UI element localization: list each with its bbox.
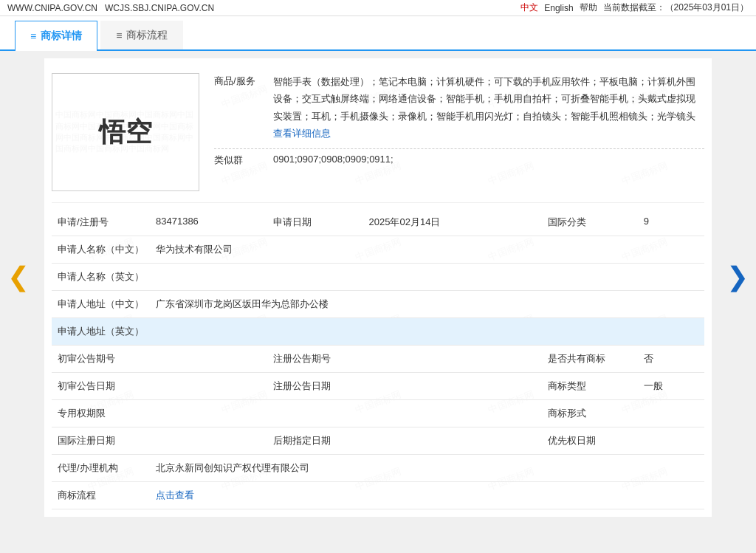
field-label: 国际注册日期 bbox=[52, 427, 150, 455]
field-value: 9 bbox=[638, 209, 704, 236]
field-label: 注册公告日期 bbox=[267, 373, 363, 400]
tab-flow-icon: ≡ bbox=[116, 30, 122, 41]
table-row: 初审公告期号 注册公告期号 是否共有商标 否 bbox=[52, 346, 704, 373]
field-value bbox=[638, 400, 704, 427]
field-label: 优先权日期 bbox=[542, 427, 638, 455]
field-label: 国际分类 bbox=[542, 209, 638, 236]
field-label: 申请人名称（中文） bbox=[52, 236, 150, 264]
field-value: 83471386 bbox=[150, 209, 267, 236]
field-label: 申请人地址（英文） bbox=[52, 318, 150, 346]
table-row: 初审公告日期 注册公告日期 商标类型 一般 bbox=[52, 373, 704, 400]
tab-detail-label: 商标详情 bbox=[41, 30, 82, 43]
field-value bbox=[150, 427, 267, 455]
field-value bbox=[150, 318, 704, 346]
tab-detail-icon: ≡ bbox=[30, 30, 36, 42]
field-value: 2025年02月14日 bbox=[363, 209, 542, 236]
table-row: 申请人地址（英文） bbox=[52, 318, 704, 346]
similar-content: 0901;0907;0908;0909;0911; bbox=[273, 154, 394, 167]
table-row: 申请/注册号 83471386 申请日期 2025年02月14日 国际分类 9 bbox=[52, 209, 704, 236]
table-row: 代理/办理机构 北京永新同创知识产权代理有限公司 bbox=[52, 455, 704, 482]
field-label: 商标类型 bbox=[542, 373, 638, 400]
detail-table: 申请/注册号 83471386 申请日期 2025年02月14日 国际分类 9 … bbox=[52, 209, 704, 509]
main-content: 中国商标网 中国商标网 中国商标网 中国商标网 中国商标网 中国商标网 中国商标… bbox=[44, 58, 712, 517]
tab-flow-label: 商标流程 bbox=[126, 29, 168, 42]
top-links: WWW.CNIPA.GOV.CN WCJS.SBJ.CNIPA.GOV.CN bbox=[7, 3, 520, 13]
field-label: 专用权期限 bbox=[52, 400, 150, 427]
similar-section: 类似群 0901;0907;0908;0909;0911; bbox=[214, 148, 704, 167]
field-value bbox=[638, 427, 704, 455]
goods-label: 商品/服务 bbox=[214, 73, 266, 142]
next-arrow[interactable]: ❯ bbox=[726, 261, 749, 292]
goods-section: 商品/服务 智能手表（数据处理）；笔记本电脑；计算机硬件；可下载的手机应用软件；… bbox=[214, 73, 704, 142]
field-label: 代理/办理机构 bbox=[52, 455, 150, 482]
similar-label: 类似群 bbox=[214, 154, 266, 167]
field-value bbox=[150, 264, 704, 291]
field-value bbox=[363, 427, 542, 455]
field-value: 否 bbox=[638, 346, 704, 373]
tm-header: 中国商标网中国商标网中国商标网中国商标网中国商标网中国商标网中国商标网中国商标网… bbox=[52, 66, 704, 203]
field-label bbox=[267, 400, 363, 427]
tm-image-box: 中国商标网中国商标网中国商标网中国商标网中国商标网中国商标网中国商标网中国商标网… bbox=[52, 73, 199, 191]
field-label: 是否共有商标 bbox=[542, 346, 638, 373]
top-bar: WWW.CNIPA.GOV.CN WCJS.SBJ.CNIPA.GOV.CN 中… bbox=[0, 0, 756, 16]
tab-bar: ≡ 商标详情 ≡ 商标流程 bbox=[0, 16, 756, 51]
field-label: 申请人地址（中文） bbox=[52, 291, 150, 318]
table-row: 专用权期限 商标形式 bbox=[52, 400, 704, 427]
goods-content: 智能手表（数据处理）；笔记本电脑；计算机硬件；可下载的手机应用软件；平板电脑；计… bbox=[273, 73, 704, 142]
field-value: 北京永新同创知识产权代理有限公司 bbox=[150, 455, 704, 482]
goods-detail-link[interactable]: 查看详细信息 bbox=[273, 128, 331, 139]
table-row: 商标流程 点击查看 bbox=[52, 482, 704, 509]
field-value bbox=[150, 346, 267, 373]
field-value bbox=[363, 400, 542, 427]
content-wrap: 中国商标网中国商标网中国商标网中国商标网中国商标网中国商标网中国商标网中国商标网… bbox=[52, 66, 704, 509]
tab-tm-flow[interactable]: ≡ 商标流程 bbox=[100, 21, 183, 49]
date-label: 当前数据截至：（2025年03月01日） bbox=[603, 1, 749, 14]
tm-flow-link[interactable]: 点击查看 bbox=[156, 490, 194, 501]
tm-info-right: 商品/服务 智能手表（数据处理）；笔记本电脑；计算机硬件；可下载的手机应用软件；… bbox=[214, 73, 704, 191]
table-row: 国际注册日期 后期指定日期 优先权日期 bbox=[52, 427, 704, 455]
field-label: 后期指定日期 bbox=[267, 427, 363, 455]
table-row: 申请人名称（英文） bbox=[52, 264, 704, 291]
link-cnipa[interactable]: WWW.CNIPA.GOV.CN bbox=[7, 3, 97, 13]
field-value bbox=[363, 346, 542, 373]
en-link[interactable]: English bbox=[544, 3, 573, 13]
field-label: 申请日期 bbox=[267, 209, 363, 236]
table-row: 申请人地址（中文） 广东省深圳市龙岗区坂田华为总部办公楼 bbox=[52, 291, 704, 318]
table-row: 申请人名称（中文） 华为技术有限公司 bbox=[52, 236, 704, 264]
field-value bbox=[150, 400, 267, 427]
field-label: 申请/注册号 bbox=[52, 209, 150, 236]
zh-link[interactable]: 中文 bbox=[520, 1, 538, 14]
field-label: 初审公告期号 bbox=[52, 346, 150, 373]
goods-text: 智能手表（数据处理）；笔记本电脑；计算机硬件；可下载的手机应用软件；平板电脑；计… bbox=[273, 76, 695, 122]
field-label: 初审公告日期 bbox=[52, 373, 150, 400]
field-value: 广东省深圳市龙岗区坂田华为总部办公楼 bbox=[150, 291, 704, 318]
help-link[interactable]: 帮助 bbox=[580, 1, 597, 14]
top-right-links: 中文 English 帮助 当前数据截至：（2025年03月01日） bbox=[520, 1, 749, 14]
field-label: 商标流程 bbox=[52, 482, 150, 509]
prev-arrow[interactable]: ❮ bbox=[7, 261, 30, 292]
link-wcjs[interactable]: WCJS.SBJ.CNIPA.GOV.CN bbox=[105, 3, 214, 13]
field-label: 商标形式 bbox=[542, 400, 638, 427]
field-value: 一般 bbox=[638, 373, 704, 400]
field-value: 华为技术有限公司 bbox=[150, 236, 704, 264]
field-value bbox=[363, 373, 542, 400]
field-value: 点击查看 bbox=[150, 482, 704, 509]
field-label: 申请人名称（英文） bbox=[52, 264, 150, 291]
tab-tm-detail[interactable]: ≡ 商标详情 bbox=[15, 21, 97, 51]
tm-image-text: 悟空 bbox=[99, 114, 152, 151]
field-label: 注册公告期号 bbox=[267, 346, 363, 373]
field-value bbox=[150, 373, 267, 400]
